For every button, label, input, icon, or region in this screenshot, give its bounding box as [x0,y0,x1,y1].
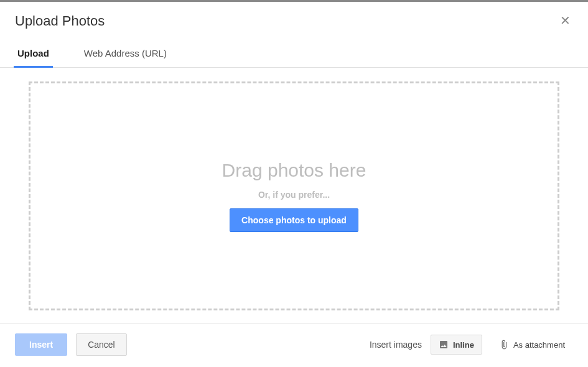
tab-web-address[interactable]: Web Address (URL) [82,42,169,67]
content-area: Drag photos here Or, if you prefer... Ch… [0,68,588,323]
footer-right: Insert images Inline As attachment [370,335,573,355]
paperclip-icon [499,340,509,350]
cancel-button[interactable]: Cancel [76,333,127,356]
image-icon [439,340,449,350]
drag-photos-text: Drag photos here [222,160,366,181]
tab-upload[interactable]: Upload [15,42,52,67]
dialog-header: Upload Photos ✕ [0,2,588,34]
close-button[interactable]: ✕ [558,13,573,28]
insert-button[interactable]: Insert [15,333,67,356]
inline-mode-button[interactable]: Inline [431,335,482,355]
attachment-mode-label: As attachment [513,340,565,350]
close-icon: ✕ [560,14,571,27]
footer-left: Insert Cancel [15,333,127,356]
dialog-title: Upload Photos [15,13,105,29]
inline-mode-label: Inline [453,340,474,350]
attachment-mode-button[interactable]: As attachment [491,335,573,355]
upload-photos-dialog: Upload Photos ✕ Upload Web Address (URL)… [0,2,588,367]
dropzone[interactable]: Drag photos here Or, if you prefer... Ch… [29,81,559,310]
choose-photos-button[interactable]: Choose photos to upload [230,208,358,232]
or-prefer-text: Or, if you prefer... [258,190,330,200]
insert-images-label: Insert images [370,340,422,350]
tab-bar: Upload Web Address (URL) [0,42,588,68]
dialog-footer: Insert Cancel Insert images Inline As at… [0,323,588,367]
